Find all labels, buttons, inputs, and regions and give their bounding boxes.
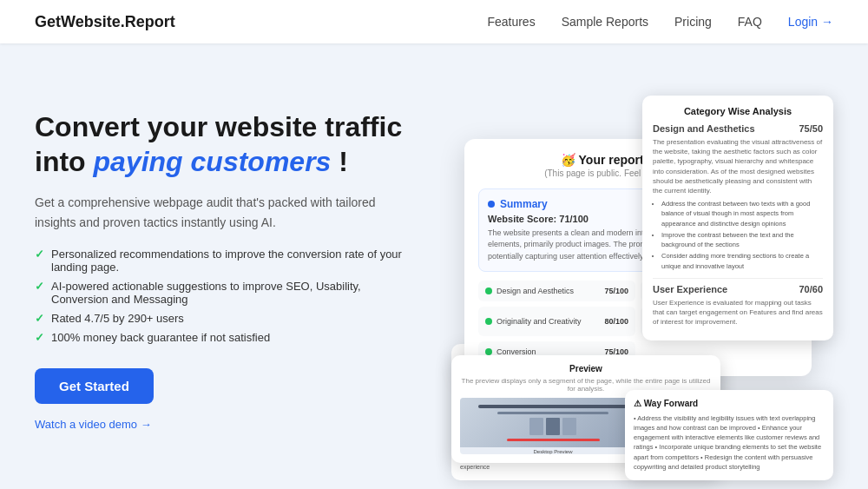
nav-logo: GetWebsite.Report — [35, 13, 175, 31]
metric-originality: Originality and Creativity 80/100 — [478, 307, 635, 336]
main-content: Convert your website traffic into paying… — [0, 43, 868, 489]
check-icon-2: ✓ — [35, 280, 44, 293]
metric-dot-originality — [485, 318, 492, 325]
hero-subtext: Get a comprehensive webpage audit that's… — [35, 193, 408, 232]
headline-highlight: paying customers — [94, 146, 332, 177]
category-bullet-3: Consider adding more trending sections t… — [661, 251, 823, 271]
category-analysis-card: Category Wise Analysis Design and Aesthe… — [642, 96, 833, 340]
category-ux-desc: User Experience is evaluated for mapping… — [653, 298, 823, 327]
category-design-desc: The presentation evaluating the visual a… — [653, 137, 823, 195]
wayforward-card: ⚠ Way Forward • Address the visibility a… — [625, 390, 833, 481]
desktop-preview-image: Desktop Preview — [460, 398, 646, 454]
features-list: ✓Personalized recommendations to improve… — [35, 248, 408, 344]
wayforward-text: • Address the visibility and legibility … — [634, 413, 825, 472]
hero-left: Convert your website traffic into paying… — [35, 101, 408, 432]
hero-right: 🥳 Your report is ready! 🥳 (This page is … — [443, 43, 833, 489]
wayforward-title: ⚠ Way Forward — [634, 399, 825, 408]
feature-item-1: ✓Personalized recommendations to improve… — [35, 248, 408, 274]
category-ux-score: User Experience 70/60 — [653, 284, 823, 294]
metric-dot-design — [485, 287, 492, 294]
nav-link-sample-reports[interactable]: Sample Reports — [562, 15, 648, 29]
nav-links: Features Sample Reports Pricing FAQ Logi… — [487, 15, 833, 29]
summary-dot — [488, 201, 495, 208]
check-icon-4: ✓ — [35, 331, 44, 344]
nav-link-faq[interactable]: FAQ — [738, 15, 762, 29]
check-icon-1: ✓ — [35, 248, 44, 261]
category-card-title: Category Wise Analysis — [653, 106, 823, 116]
metric-design: Design and Aesthetics 75/100 — [478, 281, 635, 301]
headline: Convert your website traffic into paying… — [35, 109, 408, 179]
navbar: GetWebsite.Report Features Sample Report… — [0, 0, 868, 43]
category-design-score: Design and Aesthetics 75/50 — [653, 123, 823, 134]
video-demo-link[interactable]: Watch a video demo → — [35, 418, 152, 431]
nav-link-features[interactable]: Features — [487, 15, 535, 29]
nav-link-pricing[interactable]: Pricing — [674, 15, 712, 29]
desktop-label: Desktop Preview — [533, 449, 572, 454]
preview-title: Preview — [460, 364, 712, 373]
nav-login[interactable]: Login → — [788, 15, 833, 29]
feature-item-2: ✓AI-powered actionable suggestions to im… — [35, 280, 408, 306]
check-icon-3: ✓ — [35, 312, 44, 325]
feature-item-3: ✓Rated 4.7/5 by 290+ users — [35, 312, 408, 325]
headline-end: ! — [331, 146, 348, 177]
get-started-button[interactable]: Get Started — [35, 368, 154, 404]
category-bullets: Address the contrast between two texts w… — [653, 199, 823, 271]
category-bullet-1: Address the contrast between two texts w… — [661, 199, 823, 228]
category-bullet-2: Improve the contrast between the text an… — [661, 230, 823, 250]
feature-item-4: ✓100% money back guarantee if not satisf… — [35, 331, 408, 344]
